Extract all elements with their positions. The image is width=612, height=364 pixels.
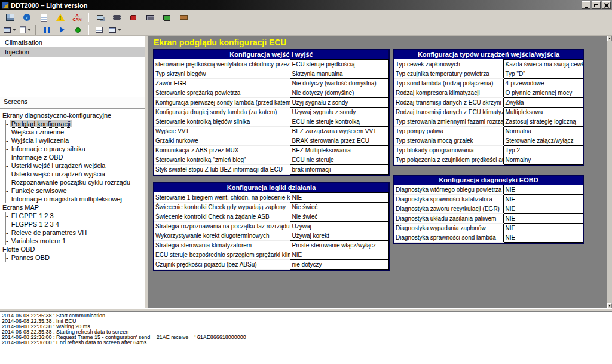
dual-monitor-button[interactable] bbox=[92, 11, 108, 24]
config-value[interactable]: Zastosuj strategię logiczną bbox=[503, 117, 583, 127]
config-value[interactable]: NIE bbox=[503, 195, 583, 204]
record-button[interactable] bbox=[71, 25, 85, 35]
panel-device-types: Konfiguracja typów urządzeń wejścia/wyjś… bbox=[393, 49, 584, 166]
config-value[interactable]: NIE bbox=[290, 193, 388, 203]
config-value[interactable]: NIE bbox=[503, 204, 583, 214]
tree-group-label[interactable]: Flotte OBD bbox=[2, 245, 145, 253]
maximize-button[interactable] bbox=[592, 1, 601, 9]
report-button[interactable] bbox=[36, 11, 51, 24]
scroll-down-icon[interactable] bbox=[607, 303, 612, 308]
config-value[interactable]: BEZ zarządzania wyjściem VVT bbox=[290, 127, 388, 136]
config-label: Świecenie kontrolki Check gdy wypadają z… bbox=[154, 203, 290, 212]
config-value[interactable]: Typ 2 bbox=[503, 146, 583, 155]
config-value[interactable]: 4-przewodowe bbox=[503, 79, 583, 88]
config-value[interactable]: Każda świeca ma swoją cewkę bbox=[503, 60, 583, 69]
titlebar[interactable]: DDT2000 – Light version bbox=[0, 0, 612, 10]
config-row: Sterowanie 1 biegiem went. chłodn. na po… bbox=[154, 193, 388, 203]
tree-group-label[interactable]: Ecrans MAP bbox=[2, 203, 145, 212]
tree-item[interactable]: Releve de parametres VH bbox=[6, 228, 145, 237]
config-row: Sterowanie sprężarką powietrzaNie dotycz… bbox=[154, 88, 388, 98]
config-value[interactable]: Sterowanie załącz/wyłącz bbox=[503, 136, 583, 146]
minimize-button[interactable] bbox=[582, 1, 590, 9]
config-value[interactable]: Nie dotyczy (wartość domyślna) bbox=[290, 79, 388, 88]
config-value[interactable]: NIE bbox=[503, 233, 583, 243]
warning-button[interactable] bbox=[53, 11, 68, 24]
config-value[interactable]: ECU steruje prędkością bbox=[290, 60, 388, 69]
config-value[interactable]: nie dotyczy bbox=[290, 260, 388, 270]
tree-group-label[interactable]: Ekrany diagnostyczno-konfiguracyjne bbox=[2, 111, 145, 120]
scroll-up-icon[interactable] bbox=[607, 36, 612, 41]
toolbox-button[interactable] bbox=[176, 11, 191, 24]
tree-item[interactable]: Informacje o pracy silnika bbox=[6, 145, 145, 153]
ecu-chip-button[interactable] bbox=[109, 11, 124, 24]
config-value[interactable]: Nie świeć bbox=[290, 203, 388, 212]
pause-button[interactable] bbox=[39, 25, 54, 35]
tree-item[interactable]: Podgląd konfiguracji bbox=[6, 120, 145, 128]
tree-item[interactable]: Usterki wejść i urządzeń wejścia bbox=[6, 161, 145, 170]
config-value[interactable]: Normalna bbox=[503, 127, 583, 136]
config-row: Rodzaj kompresora klimatyzacjiO płynnie … bbox=[394, 88, 583, 98]
grid-view-button[interactable] bbox=[92, 25, 106, 35]
open-doc-button[interactable] bbox=[18, 25, 32, 35]
config-label: Typ czujnika temperatury powietrza bbox=[394, 69, 503, 79]
config-value[interactable]: Używaj korekt bbox=[290, 231, 388, 241]
vertical-scrollbar[interactable] bbox=[607, 36, 612, 308]
system-item[interactable]: Injection bbox=[0, 47, 145, 57]
monitor-live-icon bbox=[163, 15, 170, 20]
open-screen-button[interactable] bbox=[2, 25, 17, 35]
systems-grid-button[interactable] bbox=[2, 11, 18, 24]
panel-inputs-outputs: Konfiguracja wejść i wyjść sterowanie pr… bbox=[153, 49, 390, 176]
config-row: Zawór EGRNie dotyczy (wartość domyślna) bbox=[154, 79, 388, 88]
config-value[interactable]: NIE bbox=[503, 214, 583, 224]
tree-item[interactable]: Rozpoznawanie początku cyklu rozrządu bbox=[6, 178, 145, 186]
config-value[interactable]: BEZ Multipleksowania bbox=[290, 146, 388, 155]
config-row: ECU steruje bezpośrednio sprzęgłem spręż… bbox=[154, 250, 388, 260]
tree-item[interactable]: Funkcje serwisowe bbox=[6, 186, 145, 195]
tree-item[interactable]: Informacje o magistrali multipleksowej bbox=[6, 195, 145, 203]
tree-item[interactable]: Wyjścia i wyliczenia bbox=[6, 136, 145, 145]
config-value[interactable]: NIE bbox=[290, 250, 388, 260]
connector-button[interactable] bbox=[126, 11, 141, 24]
config-row: Typ sterowania zmiennymi fazami rozrządu… bbox=[394, 117, 583, 127]
monitor-live-button[interactable] bbox=[159, 11, 175, 24]
config-value[interactable]: Używaj sygnału z sondy bbox=[290, 108, 388, 117]
tree-item[interactable]: Variables moteur 1 bbox=[6, 237, 145, 245]
tree-item-label: Variables moteur 1 bbox=[10, 237, 68, 244]
config-value[interactable]: ECU nie steruje bbox=[290, 155, 388, 165]
config-value[interactable]: Nie świeć bbox=[290, 212, 388, 222]
config-value[interactable]: NIE bbox=[503, 224, 583, 233]
config-value[interactable]: Typ "D" bbox=[503, 69, 583, 79]
tree-children: Pannes OBD bbox=[5, 253, 145, 262]
config-value[interactable]: Normalny bbox=[503, 155, 583, 165]
config-value[interactable]: O płynnie zmiennej mocy bbox=[503, 88, 583, 98]
tree-item[interactable]: Usterki wejść i urządzeń wyjścia bbox=[6, 170, 145, 178]
config-value[interactable]: Proste sterowanie włącz/wyłącz bbox=[290, 241, 388, 250]
tree-item[interactable]: Wejścia i zmienne bbox=[6, 128, 145, 136]
tree-item[interactable]: FLGPPE 1 2 3 bbox=[6, 212, 145, 220]
system-item[interactable]: Climatisation bbox=[0, 38, 145, 47]
tree-item-label: FLGPPS 1 2 3 4 bbox=[10, 221, 60, 228]
config-value[interactable]: Multipleksowa bbox=[503, 108, 583, 117]
config-value[interactable]: Skrzynia manualna bbox=[290, 69, 388, 79]
tree-item[interactable]: Informacje z OBD bbox=[6, 153, 145, 161]
config-row: Konfiguracja drugiej sondy lambda (za ka… bbox=[154, 108, 388, 117]
close-button[interactable] bbox=[602, 1, 611, 9]
config-value[interactable]: Użyj sygnału z sondy bbox=[290, 98, 388, 108]
module-button[interactable] bbox=[142, 11, 158, 24]
config-label: Diagnostyka wtórnego obiegu powietrza bbox=[394, 185, 503, 195]
config-value[interactable]: Nie dotyczy (domyślne) bbox=[290, 88, 388, 98]
config-value[interactable]: brak informacji bbox=[290, 165, 388, 175]
config-row: Typ blokady oprogramowaniaTyp 2 bbox=[394, 146, 583, 155]
config-value[interactable]: NIE bbox=[503, 185, 583, 195]
toolbar-row1 bbox=[0, 10, 612, 25]
window-select-button[interactable] bbox=[108, 25, 122, 35]
config-value[interactable]: BRAK sterowania przez ECU bbox=[290, 136, 388, 146]
tree-item[interactable]: Pannes OBD bbox=[6, 253, 145, 262]
can-bus-button[interactable] bbox=[69, 11, 85, 24]
config-value[interactable]: Zwykła bbox=[503, 98, 583, 108]
tree-item[interactable]: FLGPPS 1 2 3 4 bbox=[6, 220, 145, 228]
play-button[interactable] bbox=[55, 25, 69, 35]
config-value[interactable]: Używaj bbox=[290, 222, 388, 231]
config-value[interactable]: ECU nie steruje kontrolką bbox=[290, 117, 388, 127]
info-button[interactable] bbox=[19, 11, 35, 24]
